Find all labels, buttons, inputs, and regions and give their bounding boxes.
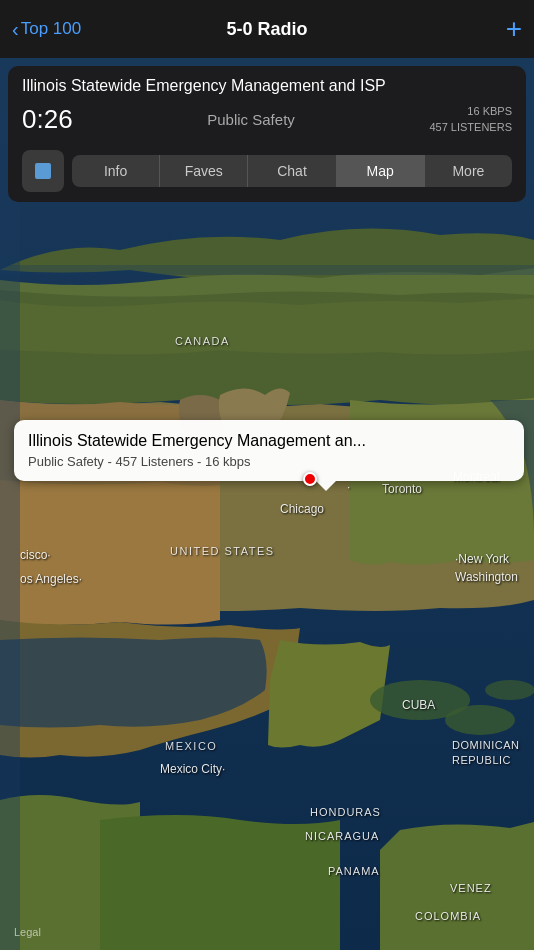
back-chevron-icon: ‹ [12,18,19,41]
page-title: 5-0 Radio [226,19,307,40]
controls-row: Info Faves Chat Map More [22,144,512,202]
tab-info[interactable]: Info [72,155,160,187]
tabs-bar: Info Faves Chat Map More [72,155,512,187]
station-name: Illinois Statewide Emergency Management … [22,76,512,97]
player-info-row: 0:26 Public Safety 16 KBPS 457 LISTENERS [22,103,512,136]
tab-faves[interactable]: Faves [160,155,248,187]
kbps-stat: 16 KBPS [429,103,512,120]
stats-display: 16 KBPS 457 LISTENERS [429,103,512,136]
tab-chat[interactable]: Chat [248,155,336,187]
tab-map[interactable]: Map [337,155,425,187]
svg-point-7 [445,705,515,735]
legal-text[interactable]: Legal [14,926,41,938]
back-button[interactable]: ‹ Top 100 [12,18,81,41]
popup-title: Illinois Statewide Emergency Management … [28,432,510,450]
svg-rect-9 [0,265,534,275]
add-button[interactable]: + [506,13,522,45]
back-label: Top 100 [21,19,82,39]
station-genre: Public Safety [73,111,430,128]
map-popup: Illinois Statewide Emergency Management … [14,420,524,481]
tab-more[interactable]: More [425,155,512,187]
player-card: Illinois Statewide Emergency Management … [8,66,526,202]
stop-icon [35,163,51,179]
map-pin [303,472,317,486]
header-overlay: ‹ Top 100 5-0 Radio + Illinois Statewide… [0,0,534,210]
listeners-stat: 457 LISTENERS [429,119,512,136]
pin-circle [303,472,317,486]
time-display: 0:26 [22,104,73,135]
nav-bar: ‹ Top 100 5-0 Radio + [0,0,534,58]
popup-subtitle: Public Safety - 457 Listeners - 16 kbps [28,454,510,469]
stop-button[interactable] [22,150,64,192]
svg-point-8 [485,680,534,700]
